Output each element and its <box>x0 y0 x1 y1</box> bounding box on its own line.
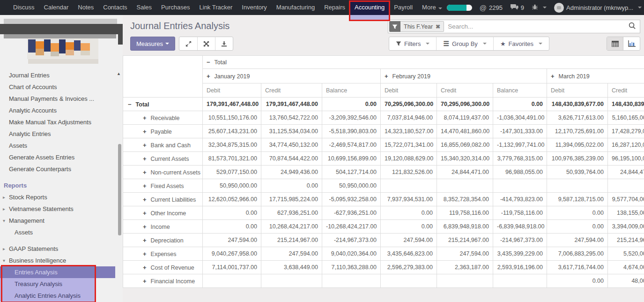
sidebar-item-generate-assets-entries[interactable]: Generate Assets Entries <box>0 151 123 163</box>
expand-icon[interactable]: + <box>143 250 147 257</box>
group-by-button[interactable]: ☰ Group By <box>436 37 493 50</box>
chevron-right-icon[interactable]: ▸ <box>3 203 5 215</box>
measures-button[interactable]: Measures <box>130 37 175 51</box>
pivot-row-label[interactable]: −Total <box>123 98 203 111</box>
sidebar-item-vietnamese-statements[interactable]: ▸Vietnamese Statements <box>0 203 123 215</box>
expand-icon[interactable]: + <box>143 114 147 121</box>
sidebar-item-gaap-statements[interactable]: ▸GAAP Statements <box>0 243 123 255</box>
pivot-measure-credit[interactable]: Credit <box>261 83 322 98</box>
pivot-row-label[interactable]: +Other Income <box>123 206 203 220</box>
pivot-header-march-2019[interactable]: +March 2019 <box>547 69 644 83</box>
top-menu-contacts[interactable]: Contacts <box>98 0 132 15</box>
facet-remove-icon[interactable]: ✖ <box>436 23 440 30</box>
sidebar-item-assets-management[interactable]: Assets <box>0 226 123 238</box>
user-menu[interactable]: Administrator (mknwyp... <box>554 3 642 13</box>
expand-button[interactable] <box>179 37 197 50</box>
sidebar-scrollbar[interactable] <box>118 144 121 235</box>
pivot-header-total[interactable]: −Total <box>203 56 644 69</box>
pivot-measure-balance[interactable]: Balance <box>322 83 381 98</box>
top-menu-more[interactable]: More <box>417 0 447 15</box>
pivot-view-button[interactable] <box>607 37 623 50</box>
pivot-row-label[interactable]: +Payable <box>123 125 203 138</box>
pivot-row-label[interactable]: +Receivable <box>123 111 203 125</box>
top-menu-calendar[interactable]: Calendar <box>39 0 74 15</box>
expand-icon[interactable]: + <box>143 264 147 271</box>
pivot-row-label[interactable]: +Non-current Assets <box>123 166 203 179</box>
download-button[interactable] <box>215 37 233 50</box>
messages-counter[interactable]: 9 <box>510 4 524 12</box>
sidebar-item-assets[interactable]: Assets <box>0 140 123 151</box>
search-icon[interactable] <box>628 22 636 31</box>
sidebar-item-analytic-accounts[interactable]: Analytic Accounts <box>0 105 123 116</box>
pivot-measure-credit[interactable]: Credit <box>608 83 644 98</box>
pivot-measure-debit[interactable]: Debit <box>547 83 608 98</box>
top-menu-sales[interactable]: Sales <box>132 0 157 15</box>
pivot-row-label[interactable]: +Current Liabilities <box>123 193 203 206</box>
sidebar-item-stock-reports[interactable]: ▸Stock Reports <box>0 191 123 203</box>
pivot-measure-debit[interactable]: Debit <box>203 83 261 98</box>
expand-icon[interactable]: + <box>385 73 388 80</box>
favorites-button[interactable]: ★ Favorites <box>493 37 549 50</box>
pivot-row-label[interactable]: +Income <box>123 220 203 234</box>
collapse-icon[interactable]: − <box>128 101 132 108</box>
expand-icon[interactable]: + <box>143 128 147 135</box>
pivot-row-label[interactable]: +Expenses <box>123 247 203 261</box>
pivot-measure-balance[interactable]: Balance <box>493 83 547 98</box>
expand-icon[interactable]: + <box>143 182 147 189</box>
sidebar-item-make-manual-tax-adjustments[interactable]: Make Manual Tax Adjustments <box>0 116 123 128</box>
expand-icon[interactable]: + <box>143 196 147 203</box>
top-menu-manufacturing[interactable]: Manufacturing <box>272 0 319 15</box>
expand-icon[interactable]: + <box>551 73 555 80</box>
sidebar-item-manual-payments-invoices[interactable]: Manual Payments & Invoices ... <box>0 93 123 105</box>
sidebar-item-analytic-entries-analysis[interactable]: Analytic Entries Analysis <box>0 290 96 302</box>
sidebar-item-journal-entries[interactable]: Journal Entries <box>0 69 123 81</box>
filters-button[interactable]: Filters <box>389 37 436 50</box>
expand-icon[interactable]: + <box>207 73 210 80</box>
top-menu-repairs[interactable]: Repairs <box>319 0 350 15</box>
pivot-cell: 7,937,934,531.00 <box>381 193 437 206</box>
chevron-right-icon[interactable]: ▸ <box>3 243 5 255</box>
pivot-header-february-2019[interactable]: +February 2019 <box>381 69 547 83</box>
top-menu-inventory[interactable]: Inventory <box>237 0 271 15</box>
chevron-down-icon[interactable]: ▾ <box>3 215 5 226</box>
sidebar-item-management[interactable]: ▾Management <box>0 215 123 226</box>
expand-icon[interactable]: + <box>143 237 147 244</box>
pivot-row-label[interactable]: +Cost of Revenue <box>123 261 203 274</box>
top-menu-link-tracker[interactable]: Link Tracker <box>195 0 237 15</box>
expand-icon[interactable]: + <box>143 169 147 176</box>
sidebar-item-entries-analysis[interactable]: Entries Analysis <box>0 266 115 278</box>
sidebar-item-chart-of-accounts[interactable]: Chart of Accounts <box>0 81 123 93</box>
pivot-row-label[interactable]: +Financial Income <box>123 274 203 288</box>
expand-icon[interactable]: + <box>143 223 147 230</box>
sidebar-item-treasury-analysis[interactable]: Treasury Analysis <box>0 278 96 290</box>
sidebar-item-business-intelligence[interactable]: ▾Business Intelligence <box>0 255 123 266</box>
pivot-row-label[interactable]: +Bank and Cash <box>123 138 203 152</box>
expand-icon[interactable]: + <box>143 278 147 285</box>
pivot-measure-debit[interactable]: Debit <box>381 83 437 98</box>
expand-icon[interactable]: + <box>143 210 147 217</box>
pivot-row-label[interactable]: +Current Assets <box>123 152 203 166</box>
top-menu-purchases[interactable]: Purchases <box>156 0 194 15</box>
top-menu-payroll[interactable]: Payroll <box>389 0 417 15</box>
mentions-counter[interactable]: @ 2295 <box>480 4 503 12</box>
expand-icon[interactable]: + <box>143 142 147 149</box>
pivot-measure-credit[interactable]: Credit <box>437 83 493 98</box>
search-input[interactable] <box>444 23 628 30</box>
collapse-icon[interactable]: − <box>207 59 210 66</box>
sidebar-item-analytic-entries[interactable]: Analytic Entries <box>0 128 123 140</box>
chevron-right-icon[interactable]: ▸ <box>3 191 5 203</box>
sidebar-item-generate-counterparts[interactable]: Generate Counterparts <box>0 163 123 175</box>
graph-view-button[interactable] <box>623 37 640 50</box>
top-menu-accounting[interactable]: Accounting <box>350 0 389 15</box>
flip-axis-button[interactable] <box>197 37 215 50</box>
pivot-row-label[interactable]: +Depreciation <box>123 234 203 247</box>
pivot-row-label[interactable]: +Fixed Assets <box>123 179 203 193</box>
top-menu-discuss[interactable]: Discuss <box>8 0 39 15</box>
sidebar-item-label: Management <box>9 217 44 224</box>
scroll-up-icon[interactable]: ▲ <box>117 71 121 76</box>
debug-menu[interactable] <box>532 4 547 12</box>
expand-icon[interactable]: + <box>143 155 147 162</box>
chevron-down-icon[interactable]: ▾ <box>3 255 5 266</box>
top-menu-notes[interactable]: Notes <box>73 0 98 15</box>
pivot-header-january-2019[interactable]: +January 2019 <box>203 69 381 83</box>
